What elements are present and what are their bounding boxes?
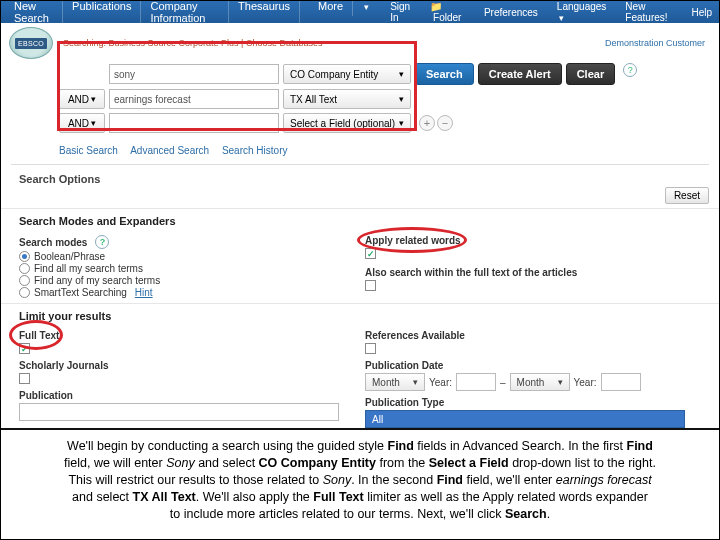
link-advanced-search[interactable]: Advanced Search <box>130 145 209 156</box>
search-button[interactable]: Search <box>415 63 474 85</box>
search-term-3[interactable] <box>109 113 279 133</box>
help-icon[interactable]: ? <box>623 63 637 77</box>
boolean-3[interactable]: AND ▾ <box>59 113 105 133</box>
modes-heading: Search Modes and Expanders <box>1 208 719 231</box>
apply-related-checkbox[interactable] <box>365 248 701 259</box>
search-fulltext-checkbox[interactable] <box>365 280 701 291</box>
pubdate-label: Publication Date <box>365 360 701 371</box>
reset-button[interactable]: Reset <box>665 187 709 204</box>
demo-customer-label: Demonstration Customer <box>605 38 711 48</box>
link-prefs[interactable]: Preferences <box>481 5 541 20</box>
apply-related-label: Apply related words <box>365 235 701 246</box>
limit-heading: Limit your results <box>1 303 719 326</box>
fulltext-checkbox[interactable] <box>19 343 355 354</box>
refs-checkbox[interactable] <box>365 343 701 354</box>
pubtype-select[interactable]: All <box>365 410 685 428</box>
field-select-3[interactable]: Select a Field (optional)▾ <box>283 113 411 133</box>
fulltext-label: Full Text <box>19 330 355 341</box>
ebsco-logo: EBSCO <box>9 27 53 59</box>
mode-boolean[interactable]: Boolean/Phrase <box>19 251 355 262</box>
mode-smarttext[interactable]: SmartText SearchingHint <box>19 287 355 298</box>
nav-new-search[interactable]: New Search <box>5 0 63 28</box>
top-nav-bar: New Search Publications Company Informat… <box>1 1 719 23</box>
month-from[interactable]: Month▾ <box>365 373 425 391</box>
search-term-2[interactable] <box>109 89 279 109</box>
remove-row-button[interactable]: − <box>437 115 453 131</box>
pubtype-label: Publication Type <box>365 397 701 408</box>
clear-button[interactable]: Clear <box>566 63 616 85</box>
tutorial-caption: We'll begin by conducting a search using… <box>1 428 719 532</box>
nav-company-info[interactable]: Company Information <box>141 0 229 28</box>
field-select-1[interactable]: CO Company Entity▾ <box>283 64 411 84</box>
link-signin[interactable]: Sign In <box>387 0 417 25</box>
search-mode-links: Basic Search Advanced Search Search Hist… <box>1 143 719 162</box>
field-select-2[interactable]: TX All Text▾ <box>283 89 411 109</box>
scholarly-checkbox[interactable] <box>19 373 355 384</box>
mode-find-any[interactable]: Find any of my search terms <box>19 275 355 286</box>
link-help[interactable]: Help <box>688 5 715 20</box>
nav-more[interactable]: More▾ <box>300 0 387 28</box>
link-basic-search[interactable]: Basic Search <box>59 145 118 156</box>
search-modes-label: Search modes? <box>19 235 355 249</box>
search-term-1[interactable] <box>109 64 279 84</box>
help-icon[interactable]: ? <box>95 235 109 249</box>
boolean-2[interactable]: AND ▾ <box>59 89 105 109</box>
link-langs[interactable]: Languages ▾ <box>551 0 613 25</box>
link-folder[interactable]: 📁 Folder <box>427 0 471 25</box>
mode-find-all[interactable]: Find all my search terms <box>19 263 355 274</box>
nav-publications[interactable]: Publications <box>63 0 141 28</box>
refs-label: References Available <box>365 330 701 341</box>
link-search-history[interactable]: Search History <box>222 145 288 156</box>
link-new-features[interactable]: New Features! <box>622 0 678 25</box>
breadcrumb: Searching: Business Source Corporate Plu… <box>53 38 605 48</box>
nav-thesaurus[interactable]: Thesaurus <box>229 0 300 28</box>
scholarly-label: Scholarly Journals <box>19 360 355 371</box>
search-fulltext-label: Also search within the full text of the … <box>365 267 701 278</box>
month-to[interactable]: Month▾ <box>510 373 570 391</box>
publication-label: Publication <box>19 390 355 401</box>
year-to[interactable] <box>601 373 641 391</box>
create-alert-button[interactable]: Create Alert <box>478 63 562 85</box>
publication-input[interactable] <box>19 403 339 421</box>
hint-link[interactable]: Hint <box>135 287 153 298</box>
year-from[interactable] <box>456 373 496 391</box>
add-row-button[interactable]: + <box>419 115 435 131</box>
guided-search-form: CO Company Entity▾ Search Create Alert C… <box>1 59 719 143</box>
